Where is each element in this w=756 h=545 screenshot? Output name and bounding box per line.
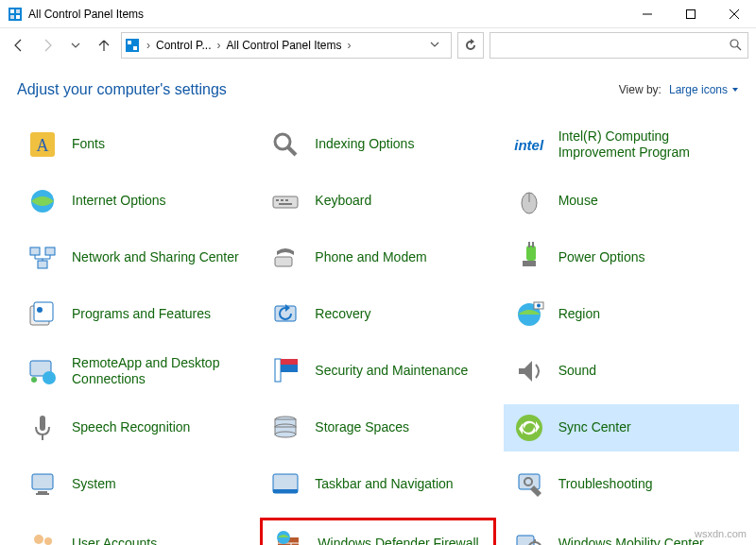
svg-rect-44	[275, 359, 281, 382]
internet-icon	[25, 183, 60, 219]
item-label: RemoteApp and Desktop Connections	[72, 355, 245, 388]
item-label: Network and Sharing Center	[72, 249, 239, 266]
svg-rect-11	[133, 46, 137, 50]
svg-rect-20	[276, 199, 279, 201]
control-panel-item-programs[interactable]: Programs and Features	[17, 291, 252, 338]
history-dropdown-button[interactable]	[422, 39, 447, 52]
control-panel-item-sync[interactable]: Sync Center	[504, 404, 739, 451]
svg-rect-29	[275, 257, 292, 266]
forward-button[interactable]	[36, 34, 59, 57]
svg-rect-22	[285, 199, 288, 201]
item-label: Keyboard	[315, 193, 371, 210]
item-label: Troubleshooting	[558, 476, 653, 493]
item-label: Phone and Modem	[315, 249, 426, 266]
control-panel-item-speech[interactable]: Speech Recognition	[17, 404, 252, 451]
control-panel-item-network[interactable]: Network and Sharing Center	[17, 234, 252, 281]
close-button[interactable]	[713, 0, 756, 28]
control-panel-item-storage[interactable]: Storage Spaces	[260, 404, 495, 451]
svg-rect-4	[16, 15, 20, 19]
item-label: Programs and Features	[72, 306, 211, 323]
svg-rect-58	[519, 474, 540, 489]
control-panel-item-remoteapp[interactable]: RemoteApp and Desktop Connections	[17, 348, 252, 395]
back-button[interactable]	[8, 34, 30, 57]
control-panel-item-recovery[interactable]: Recovery	[260, 291, 495, 338]
maximize-button[interactable]	[669, 0, 713, 28]
region-icon	[511, 297, 547, 332]
item-label: System	[72, 476, 116, 493]
control-panel-item-intel[interactable]: intelIntel(R) Computing Improvement Prog…	[504, 121, 739, 168]
svg-rect-2	[16, 9, 20, 13]
svg-rect-26	[30, 247, 40, 255]
item-label: Intel(R) Computing Improvement Program	[558, 128, 731, 162]
control-panel-item-fonts[interactable]: AFonts	[17, 121, 252, 168]
svg-rect-28	[38, 261, 47, 268]
up-button[interactable]	[93, 34, 115, 57]
programs-icon	[25, 297, 60, 332]
svg-text:A: A	[37, 136, 49, 155]
control-panel-item-internet[interactable]: Internet Options	[17, 178, 252, 225]
control-panel-item-taskbar[interactable]: Taskbar and Navigation	[260, 461, 495, 508]
system-icon	[25, 467, 60, 502]
control-panel-item-indexing[interactable]: Indexing Options	[260, 121, 495, 168]
svg-rect-27	[45, 247, 55, 255]
recent-locations-button[interactable]	[64, 34, 87, 57]
svg-rect-45	[40, 416, 45, 431]
phone-icon	[267, 240, 303, 276]
item-label: Recovery	[315, 306, 370, 323]
remoteapp-icon	[25, 353, 60, 389]
minimize-button[interactable]	[626, 0, 669, 28]
svg-rect-35	[34, 302, 53, 321]
search-box[interactable]	[490, 32, 748, 59]
window-controls	[626, 0, 756, 28]
search-icon[interactable]	[729, 38, 742, 54]
control-panel-icon	[8, 7, 23, 22]
power-icon	[511, 240, 547, 276]
chevron-right-icon[interactable]: ›	[145, 39, 152, 52]
taskbar-icon	[267, 467, 303, 502]
control-panel-item-system[interactable]: System	[17, 461, 252, 508]
control-panel-item-firewall[interactable]: Windows Defender Firewall	[260, 518, 495, 545]
item-label: User Accounts	[72, 536, 157, 545]
control-panel-item-phone[interactable]: Phone and Modem	[260, 234, 495, 281]
svg-point-36	[37, 307, 43, 313]
item-label: Storage Spaces	[315, 419, 409, 436]
control-panel-item-mouse[interactable]: Mouse	[504, 178, 739, 225]
breadcrumb-segment[interactable]: All Control Panel Items	[222, 39, 345, 52]
svg-rect-19	[273, 196, 298, 208]
firewall-icon	[270, 526, 306, 545]
users-icon	[25, 526, 60, 545]
svg-point-12	[730, 40, 738, 47]
item-label: Mouse	[558, 193, 598, 210]
control-panel-item-security[interactable]: Security and Maintenance	[260, 348, 495, 395]
control-panel-item-power[interactable]: Power Options	[504, 234, 739, 281]
breadcrumb-segment[interactable]: Control P...	[152, 39, 215, 52]
svg-rect-30	[526, 246, 536, 261]
item-label: Internet Options	[72, 193, 166, 210]
content-area: Adjust your computer's settings View by:…	[0, 62, 756, 545]
item-label: Power Options	[558, 249, 645, 266]
control-panel-grid: AFontsIndexing OptionsintelIntel(R) Comp…	[17, 121, 739, 545]
search-input[interactable]	[496, 39, 729, 52]
refresh-button[interactable]	[457, 32, 484, 59]
titlebar: All Control Panel Items	[0, 0, 756, 28]
svg-line-13	[737, 46, 741, 50]
chevron-right-icon[interactable]: ›	[346, 39, 353, 52]
security-icon	[267, 353, 303, 389]
breadcrumb[interactable]: › Control P... › All Control Panel Items…	[121, 32, 452, 59]
watermark: wsxdn.com	[695, 528, 747, 539]
control-panel-item-region[interactable]: Region	[504, 291, 739, 338]
viewby-selector[interactable]: Large icons	[669, 83, 739, 96]
sound-icon	[511, 353, 547, 389]
svg-point-60	[34, 535, 43, 544]
item-label: Security and Maintenance	[315, 363, 468, 380]
control-panel-item-troubleshoot[interactable]: Troubleshooting	[504, 461, 739, 508]
control-panel-item-users[interactable]: User Accounts	[17, 518, 252, 545]
control-panel-item-sound[interactable]: Sound	[504, 348, 739, 395]
svg-rect-32	[528, 242, 530, 247]
control-panel-item-keyboard[interactable]: Keyboard	[260, 178, 495, 225]
item-label: Speech Recognition	[72, 419, 190, 436]
item-label: Fonts	[72, 136, 105, 153]
svg-rect-3	[10, 15, 14, 19]
chevron-right-icon[interactable]: ›	[215, 39, 222, 52]
svg-point-43	[31, 377, 37, 383]
